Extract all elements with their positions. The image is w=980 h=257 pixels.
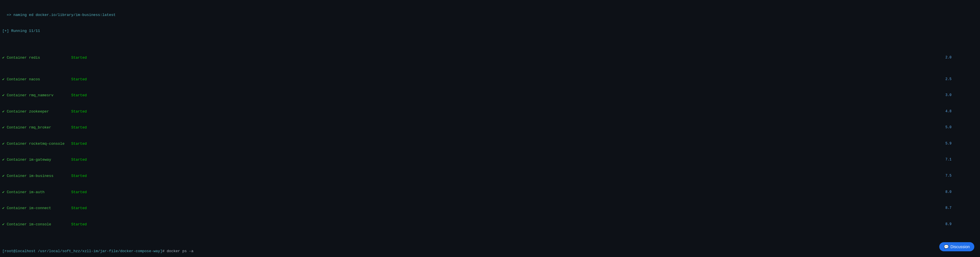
container-zookeeper: ✔ Container zookeeper Started 4.8 [0,109,980,115]
line-num-zookeeper: 4.8 [945,109,951,114]
container-rmq-namesrv-content: ✔ Container rmq_namesrv Started [0,93,980,98]
container-rmq-broker: ✔ Container rmq_broker Started 5.0 [0,125,980,131]
container-redis-content: ✔ Container redis Started [0,55,980,66]
line-num-rocketmq-console: 5.9 [945,141,951,146]
container-im-connect-content: ✔ Container im-connect Started [0,206,980,211]
container-rmq-namesrv: ✔ Container rmq_namesrv Started 3.0 [0,93,980,98]
running-line: [+] Running 11/11 [0,29,980,34]
line-num-im-console: 8.9 [945,222,951,227]
discussion-icon: 💬 [944,244,949,249]
naming-output: => naming ed docker.io/library/im-busine… [0,13,980,18]
container-im-business-content: ✔ Container im-business Started [0,174,980,179]
naming-line: => naming ed docker.io/library/im-busine… [0,13,980,18]
container-im-auth-content: ✔ Container im-auth Started [0,190,980,195]
container-zookeeper-content: ✔ Container zookeeper Started [0,109,980,115]
line-num-im-business: 7.5 [945,174,951,178]
discussion-button[interactable]: 💬 Discussion [939,242,974,251]
container-im-gateway: ✔ Container im-gateway Started 7.1 [0,157,980,163]
line-num-im-auth: 8.0 [945,190,951,195]
container-im-console-content: ✔ Container im-console Started [0,222,980,227]
container-im-gateway-content: ✔ Container im-gateway Started [0,157,980,163]
docker-ps-content: [root@localhost /usr/local/soft_hzz/xzll… [0,249,980,254]
container-nacos: ✔ Container nacos Started 2.5 [0,77,980,82]
line-num-rmq-broker: 5.0 [945,125,951,130]
container-rmq-broker-content: ✔ Container rmq_broker Started [0,125,980,131]
line-num-rmq-namesrv: 3.0 [945,93,951,98]
container-rocketmq-console-content: ✔ Container rocketmq-console Started [0,141,980,147]
container-nacos-content: ✔ Container nacos Started [0,77,980,82]
container-redis: ✔ Container redis Started 2.0 [0,55,980,66]
discussion-label: Discussion [950,244,970,249]
container-im-auth: ✔ Container im-auth Started 8.0 [0,190,980,195]
container-im-business: ✔ Container im-business Started 7.5 [0,174,980,179]
line-num-redis: 2.0 [945,55,951,60]
terminal: => naming ed docker.io/library/im-busine… [0,0,980,257]
docker-ps-command: [root@localhost /usr/local/soft_hzz/xzll… [0,249,980,254]
line-num-im-gateway: 7.1 [945,157,951,162]
line-num-im-connect: 8.7 [945,206,951,211]
container-rocketmq-console: ✔ Container rocketmq-console Started 5.9 [0,141,980,147]
running-status: [+] Running 11/11 [0,29,980,34]
container-im-console: ✔ Container im-console Started 8.9 [0,222,980,227]
line-num-nacos: 2.5 [945,77,951,82]
container-im-connect: ✔ Container im-connect Started 8.7 [0,206,980,211]
